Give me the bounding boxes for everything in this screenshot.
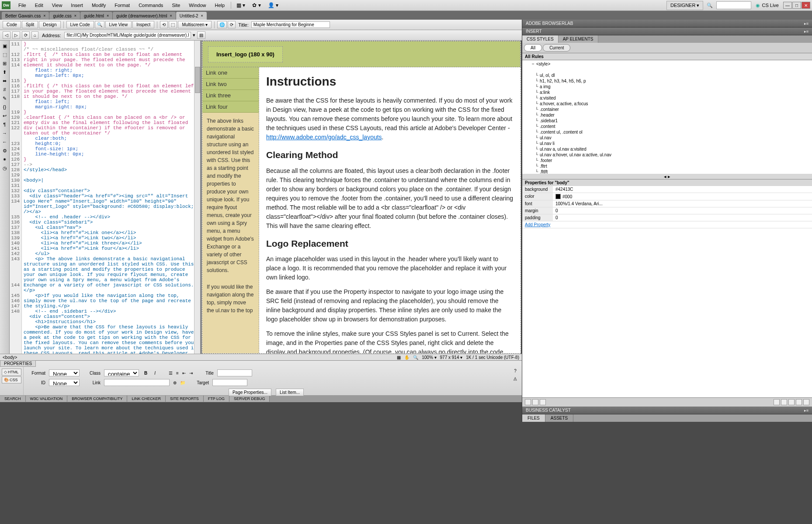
title-input[interactable] [251,21,330,28]
maximize-button[interactable]: □ [792,2,801,9]
workspace-switcher[interactable]: DESIGNER ▾ [666,1,704,10]
refresh-icon[interactable]: ⟳ [22,31,30,39]
css-property-row[interactable]: color#000 [522,193,812,200]
comment-icon[interactable]: ⁕ [1,156,8,163]
css-rule-node[interactable]: └a:hover, a:active, a:focus [523,101,811,107]
syntax-icon[interactable]: {} [1,103,8,110]
css-rule-node[interactable]: └.sidebar1 [523,118,811,124]
add-property-link[interactable]: Add Property [522,221,553,228]
close-icon[interactable]: × [201,14,203,18]
results-tab[interactable]: SERVER DEBUG [229,396,270,402]
hand-tool-icon[interactable]: ✋ [404,355,409,360]
menu-commands[interactable]: Commands [134,1,167,10]
list-item-button[interactable]: List Item... [276,389,304,396]
css-property-row[interactable]: margin0 [522,207,812,214]
doc-tab-active[interactable]: Untitled-2× [176,12,207,20]
refresh-icon[interactable]: ⟳ [228,21,236,28]
css-rule-node[interactable]: └.header [523,112,811,118]
browserlab-panel-header[interactable]: ADOBE BROWSERLAB▸≡ [522,20,812,28]
menu-view[interactable]: View [48,1,67,10]
dropdown-icon[interactable]: ▾ [193,32,195,38]
cs-live[interactable]: ◉CS Live [753,2,781,9]
scroll-icon[interactable]: ◂ ▸ [664,174,670,179]
close-icon[interactable]: × [107,14,109,18]
css-rule-node[interactable]: └.footer [523,158,811,163]
layout-icon[interactable]: ▦ ▾ [234,1,248,9]
link-input[interactable] [104,379,170,386]
browser-icon[interactable]: 🌐 [217,21,227,28]
close-icon[interactable]: × [74,14,76,18]
window-size[interactable]: 977 x 914 ▾ [440,355,463,360]
results-tab[interactable]: FTP LOG [204,396,229,402]
indent-button[interactable]: ⇥ [189,371,193,376]
home-icon[interactable]: ⌂ [31,31,38,39]
new-rule-icon[interactable] [781,399,787,405]
css-property-row[interactable]: font100%/1.4 Verdana, Ari... [522,200,812,207]
css-rule-node[interactable]: └ul.nav li [523,141,811,146]
doc-tab[interactable]: guide (dreamweaver).html× [113,12,175,20]
css-props-button[interactable]: 🎨CSS [2,376,21,383]
class-select[interactable]: container [104,369,139,376]
outdent-icon[interactable]: ← [1,138,8,145]
id-select[interactable]: None [49,379,80,386]
menu-edit[interactable]: Edit [31,1,48,10]
css-rules-tree[interactable]: −<style>└body└ul, ol, dl└h1, h2, h3, h4,… [522,60,812,174]
search-icon[interactable]: 🔍 [705,3,715,8]
inspect-button[interactable]: Inspect [132,21,154,28]
ol-button[interactable]: ≡ [176,371,179,376]
tab-css-styles[interactable]: CSS STYLES [522,35,559,43]
css-rule-node[interactable]: └ul, ol, dl [523,72,811,78]
options-icon[interactable]: ▤ [197,31,205,39]
tag-path[interactable]: <body> [3,355,17,360]
css-rule-node[interactable]: └.content ul, .content ol [523,129,811,135]
menu-window[interactable]: Window [184,1,210,10]
menu-file[interactable]: File [14,1,31,10]
doc-tab[interactable]: guide.html× [80,12,112,20]
title-input[interactable] [217,369,252,376]
set-props-icon[interactable] [540,399,546,405]
select-parent-icon[interactable]: ⬆ [1,69,8,76]
nav-icon[interactable]: ⟲ [160,21,168,28]
point-to-file-icon[interactable]: ⊕ [173,380,177,385]
css-rule-node[interactable]: └body [523,67,811,72]
hidden-chars-icon[interactable]: ¶ [1,121,8,128]
italic-button[interactable]: I [153,371,157,376]
multiscreen-button[interactable]: Multiscreen ▾ [178,21,212,28]
menu-modify[interactable]: Modify [87,1,110,10]
forward-icon[interactable]: ▷ [12,31,20,39]
extend-icon[interactable]: ✿ ▾ [250,1,263,9]
css-rule-node[interactable]: └ul.nav a:hover, ul.nav a:active, ul.nav [523,152,811,158]
split-view-button[interactable]: Split [22,21,38,28]
ul-button[interactable]: ☰ [169,371,173,376]
balance-icon[interactable]: ⬌ [1,77,8,84]
zoom-tool-icon[interactable]: 🔍 [413,355,418,360]
expand-icon[interactable]: ⊞ [1,60,8,67]
results-tab[interactable]: SEARCH [0,396,26,402]
open-docs-icon[interactable]: ▣ [1,42,8,49]
close-icon[interactable]: × [43,14,45,18]
properties-title[interactable]: PROPERTIES [0,360,36,367]
tab-ap-elements[interactable]: AP ELEMENTS [559,35,598,43]
tab-files[interactable]: FILES [522,414,545,422]
code-view[interactable]: 1111121131141151161171181191201211221231… [10,41,202,354]
css-rule-node[interactable]: └.fltlft [523,169,811,174]
css-current-tab[interactable]: Current [543,44,570,52]
zoom-level[interactable]: 100% ▾ [422,355,436,360]
results-tab[interactable]: W3C VALIDATION [26,396,68,402]
css-rule-node[interactable]: └ul.nav a, ul.nav a:visited [523,146,811,152]
line-numbers-icon[interactable]: # [1,86,8,93]
css-rule-node[interactable]: └h1, h2, h3, h4, h5, h6, p [523,78,811,84]
doc-tab[interactable]: guide.css× [49,12,80,20]
back-icon[interactable]: ◁ [3,31,10,39]
html-props-button[interactable]: ◇HTML [2,369,21,376]
livecode-button[interactable]: Live Code [66,21,94,28]
css-property-row[interactable]: padding0 [522,214,812,221]
css-rule-node[interactable]: └.content [523,124,811,129]
insert-panel-header[interactable]: INSERT▸≡ [522,28,812,35]
edit-rule-icon[interactable] [788,399,795,405]
menu-help[interactable]: Help [210,1,229,10]
code-view-button[interactable]: Code [3,21,21,28]
help-icon[interactable]: ? [514,369,517,373]
nav-link[interactable]: Link one [202,67,259,79]
menu-site[interactable]: Site [167,1,184,10]
